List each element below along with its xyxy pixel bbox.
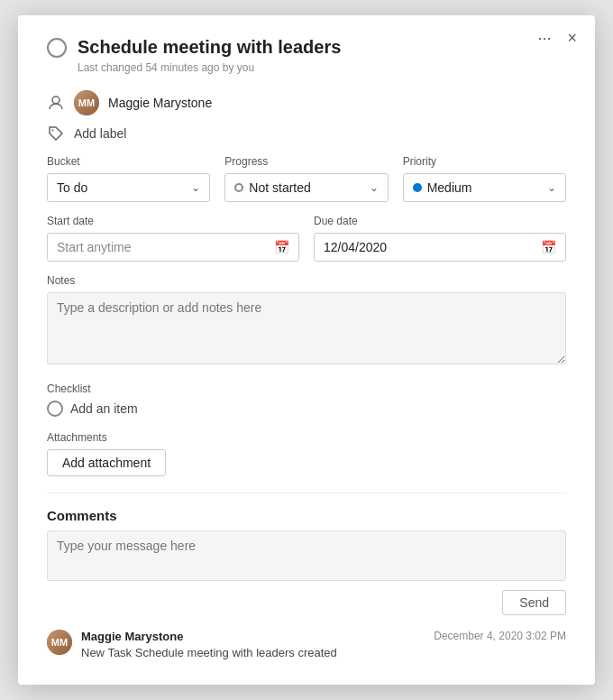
task-complete-circle[interactable] (47, 38, 67, 58)
close-button[interactable]: × (563, 28, 581, 48)
priority-field: Priority Medium ⌄ (403, 155, 566, 202)
priority-status-dot (413, 183, 422, 192)
comment-text: New Task Schedule meeting with leaders c… (81, 646, 566, 659)
checklist-label: Checklist (47, 382, 566, 395)
priority-select[interactable]: Medium ⌄ (403, 173, 566, 202)
send-button[interactable]: Send (502, 590, 566, 615)
progress-chevron-icon: ⌄ (370, 181, 379, 194)
progress-field: Progress Not started ⌄ (224, 155, 388, 202)
due-date-group: Due date 12/04/2020 📅 (314, 215, 566, 262)
notes-textarea[interactable] (47, 292, 566, 364)
task-header: Schedule meeting with leaders (47, 37, 566, 58)
checklist-add-item[interactable]: Add an item (47, 401, 566, 417)
more-options-button[interactable]: ··· (534, 28, 554, 48)
add-attachment-button[interactable]: Add attachment (47, 449, 166, 476)
checklist-add-label: Add an item (70, 401, 138, 416)
comment-meta: Maggie Marystone December 4, 2020 3:02 P… (81, 630, 566, 643)
assignee-row: MM Maggie Marystone (47, 90, 566, 115)
bucket-value: To do (57, 180, 87, 195)
add-label-button[interactable]: Add label (74, 126, 126, 141)
dates-row: Start date Start anytime 📅 Due date 12/0… (47, 215, 566, 262)
notes-label: Notes (47, 274, 566, 287)
progress-value: Not started (249, 180, 310, 195)
attachments-section: Attachments Add attachment (47, 431, 566, 476)
task-subtitle: Last changed 54 minutes ago by you (78, 61, 566, 74)
due-date-value: 12/04/2020 (324, 240, 387, 254)
due-date-calendar-icon: 📅 (541, 240, 556, 254)
start-date-input[interactable]: Start anytime 📅 (47, 233, 299, 262)
checklist-circle-icon (47, 401, 63, 417)
avatar-image: MM (74, 90, 99, 115)
progress-select[interactable]: Not started ⌄ (224, 173, 388, 202)
divider (47, 493, 566, 493)
task-dialog: ··· × Schedule meeting with leaders Last… (18, 15, 595, 685)
svg-point-0 (52, 97, 59, 104)
start-date-label: Start date (47, 215, 299, 227)
bucket-chevron-icon: ⌄ (191, 181, 200, 194)
comment-author: Maggie Marystone (81, 630, 183, 643)
assignee-icon (47, 94, 65, 112)
svg-point-1 (52, 130, 54, 132)
fields-row: Bucket To do ⌄ Progress Not started ⌄ Pr… (47, 155, 566, 202)
dialog-controls: ··· × (534, 28, 581, 48)
label-icon (47, 124, 65, 143)
task-title: Schedule meeting with leaders (78, 37, 341, 58)
comment-entry: MM Maggie Marystone December 4, 2020 3:0… (47, 630, 566, 659)
start-date-group: Start date Start anytime 📅 (47, 215, 299, 262)
comments-input[interactable] (47, 530, 566, 581)
bucket-label: Bucket (47, 155, 210, 168)
start-date-placeholder: Start anytime (57, 240, 131, 254)
priority-value: Medium (427, 180, 472, 195)
comment-time: December 4, 2020 3:02 PM (434, 630, 566, 643)
priority-chevron-icon: ⌄ (547, 181, 556, 194)
avatar: MM (74, 90, 99, 115)
priority-label: Priority (403, 155, 566, 168)
comments-section: Comments Send (47, 508, 566, 615)
send-row: Send (47, 590, 566, 615)
due-date-label: Due date (314, 215, 566, 227)
progress-label: Progress (224, 155, 388, 168)
notes-section: Notes (47, 274, 566, 368)
start-date-calendar-icon: 📅 (274, 240, 289, 254)
comments-heading: Comments (47, 508, 566, 523)
attachments-label: Attachments (47, 431, 566, 444)
progress-status-dot (234, 183, 243, 192)
comment-avatar-image: MM (47, 630, 72, 655)
comment-avatar: MM (47, 630, 72, 655)
checklist-section: Checklist Add an item (47, 382, 566, 417)
due-date-input[interactable]: 12/04/2020 📅 (314, 233, 566, 262)
bucket-field: Bucket To do ⌄ (47, 155, 210, 202)
add-label-row: Add label (47, 124, 566, 143)
assignee-name: Maggie Marystone (108, 96, 212, 110)
comment-body: Maggie Marystone December 4, 2020 3:02 P… (81, 630, 566, 659)
bucket-select[interactable]: To do ⌄ (47, 173, 210, 202)
